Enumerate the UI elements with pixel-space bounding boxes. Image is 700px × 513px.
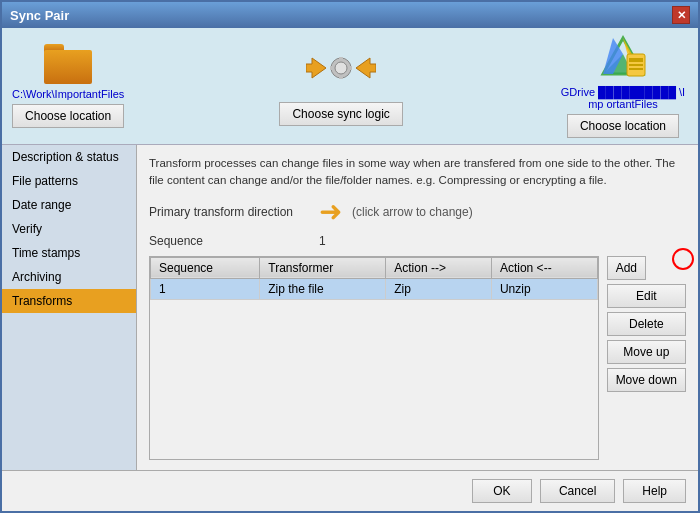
left-folder-icon <box>44 44 92 84</box>
transforms-data-table: Sequence Transformer Action --> Action <… <box>150 257 598 300</box>
svg-rect-4 <box>339 57 343 61</box>
sidebar-item-transforms[interactable]: Transforms <box>2 289 136 313</box>
choose-sync-button[interactable]: Choose sync logic <box>279 102 402 126</box>
move-down-button[interactable]: Move down <box>607 368 686 392</box>
add-button[interactable]: Add <box>607 256 646 280</box>
delete-button[interactable]: Delete <box>607 312 686 336</box>
sequence-label: Sequence <box>149 234 309 248</box>
col-action-back: Action <-- <box>491 257 597 278</box>
sidebar-item-time-stamps[interactable]: Time stamps <box>2 241 136 265</box>
sidebar-item-archiving[interactable]: Archiving <box>2 265 136 289</box>
direction-arrow[interactable]: ➜ <box>319 198 342 226</box>
click-hint: (click arrow to change) <box>352 205 473 219</box>
right-location-section: GDrive ██████████ \Imp ortantFiles Choos… <box>558 34 688 138</box>
cell-transformer: Zip the file <box>260 278 386 299</box>
svg-rect-13 <box>629 58 643 62</box>
close-button[interactable]: ✕ <box>672 6 690 24</box>
sync-arrows-icon <box>306 46 376 96</box>
table-buttons: Add Edit Delete Move up Move down <box>607 256 686 461</box>
title-bar: Sync Pair ✕ <box>2 2 698 28</box>
direction-row: Primary transform direction ➜ (click arr… <box>149 198 686 226</box>
svg-marker-1 <box>356 58 376 78</box>
description-text: Transform processes can change files in … <box>149 155 686 190</box>
svg-marker-0 <box>306 58 326 78</box>
cell-action-back: Unzip <box>491 278 597 299</box>
right-location-path: GDrive ██████████ \Imp ortantFiles <box>558 86 688 110</box>
col-action-fwd: Action --> <box>386 257 492 278</box>
sync-center: Choose sync logic <box>279 46 402 126</box>
table-section: Sequence Transformer Action --> Action <… <box>149 256 686 461</box>
cell-action-fwd: Zip <box>386 278 492 299</box>
transforms-table: Sequence Transformer Action --> Action <… <box>149 256 599 461</box>
cancel-button[interactable]: Cancel <box>540 479 615 503</box>
svg-rect-14 <box>629 64 643 66</box>
gdrive-icon <box>599 34 647 82</box>
cell-sequence: 1 <box>151 278 260 299</box>
main-content: Description & status File patterns Date … <box>2 145 698 470</box>
svg-rect-15 <box>629 68 643 70</box>
choose-location-left-button[interactable]: Choose location <box>12 104 124 128</box>
sidebar-item-date-range[interactable]: Date range <box>2 193 136 217</box>
sidebar-item-verify[interactable]: Verify <box>2 217 136 241</box>
sidebar: Description & status File patterns Date … <box>2 145 137 470</box>
direction-label: Primary transform direction <box>149 205 309 219</box>
svg-rect-6 <box>330 66 334 70</box>
edit-button[interactable]: Edit <box>607 284 686 308</box>
bottom-bar: OK Cancel Help <box>2 470 698 511</box>
ok-button[interactable]: OK <box>472 479 532 503</box>
svg-rect-7 <box>348 66 352 70</box>
add-highlight-circle <box>672 248 694 270</box>
svg-point-3 <box>335 62 347 74</box>
sidebar-item-file-patterns[interactable]: File patterns <box>2 169 136 193</box>
sidebar-item-description[interactable]: Description & status <box>2 145 136 169</box>
content-area: Transform processes can change files in … <box>137 145 698 470</box>
move-up-button[interactable]: Move up <box>607 340 686 364</box>
col-sequence: Sequence <box>151 257 260 278</box>
col-transformer: Transformer <box>260 257 386 278</box>
window-title: Sync Pair <box>10 8 69 23</box>
table-row[interactable]: 1 Zip the file Zip Unzip <box>151 278 598 299</box>
help-button[interactable]: Help <box>623 479 686 503</box>
top-bar: C:\Work\ImportantFiles Choose location <box>2 28 698 145</box>
left-location-section: C:\Work\ImportantFiles Choose location <box>12 44 124 128</box>
sequence-row: Sequence 1 <box>149 234 686 248</box>
svg-rect-5 <box>339 75 343 79</box>
sequence-value: 1 <box>319 234 326 248</box>
choose-location-right-button[interactable]: Choose location <box>567 114 679 138</box>
left-location-path: C:\Work\ImportantFiles <box>12 88 124 100</box>
sync-pair-window: Sync Pair ✕ C:\Work\ImportantFiles Choos… <box>0 0 700 513</box>
